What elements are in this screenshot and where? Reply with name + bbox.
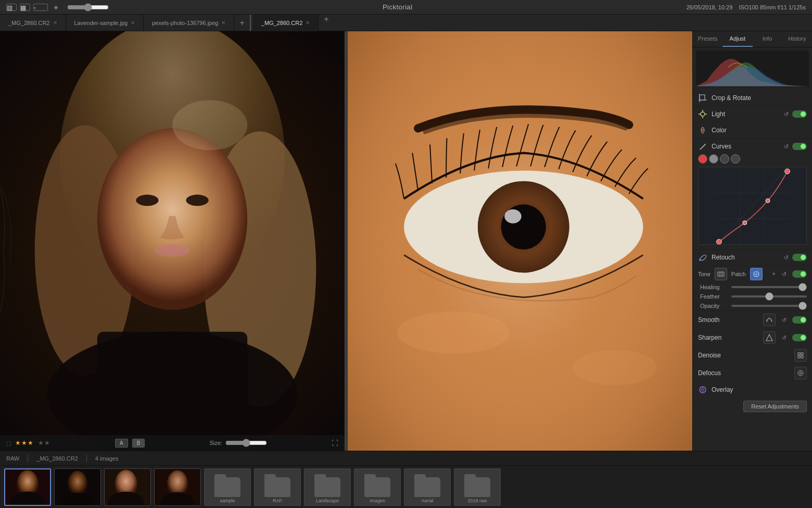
svg-rect-9 xyxy=(97,332,247,451)
curves-toggle[interactable] xyxy=(792,143,807,150)
thumbnail-folder-2018raw[interactable]: 2018 raw xyxy=(454,468,501,506)
thumbnail-folder-landscape[interactable]: Landscape xyxy=(304,468,351,506)
tab-close-1[interactable]: ✕ xyxy=(53,20,57,26)
tab-adjust[interactable]: Adjust xyxy=(722,31,752,47)
thumbnail-item-1[interactable] xyxy=(4,468,51,506)
tab-close-2[interactable]: ✕ xyxy=(131,20,135,26)
folder-label-2018raw: 2018 raw xyxy=(467,498,487,503)
tab-history[interactable]: History xyxy=(782,31,812,47)
image-count: 4 images xyxy=(95,455,119,462)
crop-rotate-item[interactable]: Crop & Rotate xyxy=(693,90,812,106)
tab-close-right[interactable]: ✕ xyxy=(306,20,310,26)
curves-header[interactable]: Curves ↺ xyxy=(693,139,812,154)
add-patch-btn[interactable]: + xyxy=(772,270,776,278)
mode-a-button[interactable]: A xyxy=(115,439,128,448)
smooth-label: Smooth xyxy=(698,316,759,324)
thumbnail-item-4[interactable] xyxy=(154,468,201,506)
new-tab-right-button[interactable]: + xyxy=(319,15,334,31)
sharpen-toggle[interactable] xyxy=(792,334,807,341)
curve-point-bottom[interactable] xyxy=(716,239,721,244)
thumbnail-strip: sample RAF Landscape Images Aerial 2018 … xyxy=(0,466,812,508)
curves-channel-3[interactable] xyxy=(720,154,729,164)
view-icon-split[interactable]: ▩ xyxy=(20,4,30,11)
svg-rect-48 xyxy=(801,356,803,358)
tab-info[interactable]: Info xyxy=(753,31,782,47)
curve-point-top[interactable] xyxy=(785,169,790,174)
curves-channel-4[interactable] xyxy=(731,154,740,164)
curve-point-3[interactable] xyxy=(766,199,770,203)
tone-label: Tone xyxy=(698,271,710,277)
curve-point-2[interactable] xyxy=(743,221,747,225)
healing-slider[interactable] xyxy=(731,286,807,288)
curves-label: Curves xyxy=(712,143,778,150)
info-separator xyxy=(28,455,28,462)
tab-presets[interactable]: Presets xyxy=(693,31,722,47)
thumbnail-folder-raf[interactable]: RAF xyxy=(254,468,301,506)
thumbnail-item-2[interactable] xyxy=(54,468,101,506)
view-icon-wide[interactable]: ▫ xyxy=(33,4,48,11)
curves-graph[interactable] xyxy=(698,167,807,245)
tab-pexels[interactable]: pexels-photo-136796.jpeg ✕ xyxy=(144,15,234,31)
smooth-toggle[interactable] xyxy=(792,316,807,324)
tab-lavender[interactable]: Lavender-sample.jpg ✕ xyxy=(66,15,144,31)
defocus-icon-btn[interactable] xyxy=(794,367,807,379)
retouch-reset-btn[interactable]: ↺ xyxy=(782,253,790,262)
bottom-bar-info: RAW _MG_2860.CR2 4 images xyxy=(0,451,812,466)
sharpen-icon-btn[interactable] xyxy=(763,331,776,344)
smooth-icon-btn[interactable] xyxy=(763,314,776,326)
light-toggle[interactable] xyxy=(792,110,807,118)
patch-label: Patch xyxy=(731,271,746,277)
size-slider[interactable] xyxy=(225,439,267,447)
rating-stars[interactable]: ★★★ xyxy=(15,439,34,447)
smooth-reset-btn[interactable]: ↺ xyxy=(780,316,788,324)
light-label: Light xyxy=(712,110,778,118)
size-label: Size: xyxy=(209,440,222,446)
thumbnail-folder-images[interactable]: Images xyxy=(354,468,401,506)
tab-close-3[interactable]: ✕ xyxy=(221,20,225,26)
tab-mg2860-right[interactable]: _MG_2860.CR2 ✕ xyxy=(253,15,319,31)
raw-path[interactable]: RAW xyxy=(6,455,19,462)
tab-split-divider xyxy=(250,15,251,31)
thumbnail-item-3[interactable] xyxy=(104,468,151,506)
feather-slider[interactable] xyxy=(731,295,807,298)
patch-toggle[interactable] xyxy=(792,270,807,278)
svg-point-49 xyxy=(798,370,803,376)
patch-reset-btn[interactable]: ↺ xyxy=(780,270,788,278)
reset-adjustments-btn[interactable]: Reset Adjustments xyxy=(743,401,807,412)
zoom-slider[interactable] xyxy=(67,3,109,11)
light-reset-btn[interactable]: ↺ xyxy=(782,110,790,118)
thumbnail-folder-sample[interactable]: sample xyxy=(204,468,251,506)
export-icon[interactable]: ⎈ xyxy=(54,4,58,11)
color-item[interactable]: Color xyxy=(693,122,812,139)
tone-tool-btn[interactable] xyxy=(715,268,727,280)
thumbnail-folder-aerial[interactable]: Aerial xyxy=(404,468,451,506)
folder-icon-raf xyxy=(264,477,290,497)
svg-rect-46 xyxy=(801,353,803,355)
left-panel-bottom-bar: ⬚ ★★★★★ A B Size: ⛶ xyxy=(0,435,345,451)
svg-point-7 xyxy=(155,244,189,257)
denoise-label: Denoise xyxy=(698,352,790,359)
fullscreen-icon[interactable]: ⛶ xyxy=(332,439,338,447)
curves-reset-btn[interactable]: ↺ xyxy=(782,142,790,151)
denoise-icon-btn[interactable] xyxy=(794,349,807,362)
tab-mg2860-1[interactable]: _MG_2860.CR2 ✕ xyxy=(0,15,66,31)
sharpen-reset-btn[interactable]: ↺ xyxy=(780,333,788,342)
light-item[interactable]: Light ↺ xyxy=(693,106,812,122)
retouch-header[interactable]: Retouch ↺ xyxy=(693,250,812,266)
opacity-slider[interactable] xyxy=(731,305,807,307)
overlay-row[interactable]: Overlay xyxy=(693,382,812,398)
feather-label: Feather xyxy=(700,293,727,300)
retouch-toggle[interactable] xyxy=(792,254,807,261)
new-tab-button[interactable]: + xyxy=(234,18,249,28)
left-panel-info: ⬚ ★★★★★ xyxy=(6,439,50,447)
curves-white-channel[interactable] xyxy=(709,154,718,164)
curves-red-channel[interactable] xyxy=(698,154,707,164)
folder-label-aerial: Aerial xyxy=(421,498,433,503)
bottom-area: RAW _MG_2860.CR2 4 images sample RAF xyxy=(0,451,812,508)
view-icon-single[interactable]: ▧ xyxy=(6,4,17,11)
denoise-row: Denoise xyxy=(693,346,812,364)
mode-b-button[interactable]: B xyxy=(132,439,145,448)
color-label: Color xyxy=(712,127,807,134)
patch-tool-btn[interactable] xyxy=(750,268,763,280)
svg-point-17 xyxy=(504,209,521,224)
